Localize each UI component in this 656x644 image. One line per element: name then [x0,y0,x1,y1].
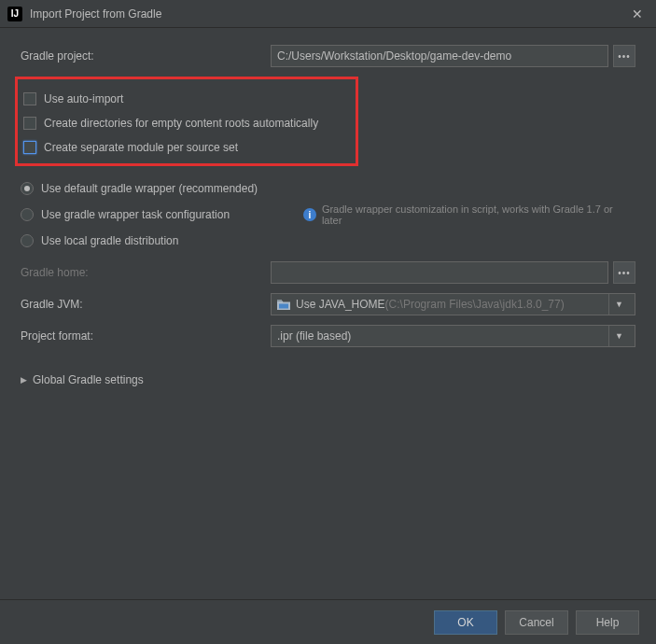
gradle-home-row: Gradle home: ••• [21,261,635,284]
dialog-content: Gradle project: ••• Use auto-import Crea… [0,28,656,413]
svg-rect-1 [279,303,288,308]
global-settings-label: Global Gradle settings [33,373,144,386]
gradle-project-label: Gradle project: [21,49,271,63]
gradle-jvm-label: Gradle JVM: [21,298,271,311]
close-icon[interactable]: ✕ [626,3,649,25]
wrapper-task-hint: i Gradle wrapper customization in script… [303,203,635,226]
highlighted-options: Use auto-import Create directories for e… [15,77,358,166]
local-dist-radio[interactable] [21,234,34,247]
default-wrapper-row[interactable]: Use default gradle wrapper (recommended) [21,175,635,202]
create-dirs-checkbox[interactable] [23,117,36,130]
auto-import-checkbox[interactable] [23,92,36,105]
button-bar: OK Cancel Help [0,599,656,644]
window-title: Import Project from Gradle [30,7,626,21]
chevron-down-icon[interactable]: ▼ [608,326,629,346]
wrapper-task-label: Use gradle wrapper task configuration [41,208,230,221]
wrapper-task-radio[interactable] [21,208,34,221]
gradle-home-label: Gradle home: [21,266,271,279]
global-settings-expander[interactable]: ▶ Global Gradle settings [21,364,635,396]
create-dirs-row[interactable]: Create directories for empty content roo… [21,111,352,135]
auto-import-row[interactable]: Use auto-import [21,87,352,111]
gradle-home-input[interactable] [271,261,608,284]
info-icon: i [303,208,316,221]
gradle-jvm-value: Use JAVA_HOME [296,298,385,311]
create-dirs-label: Create directories for empty content roo… [44,117,318,130]
default-wrapper-label: Use default gradle wrapper (recommended) [41,182,258,195]
browse-gradle-home-button[interactable]: ••• [613,261,635,284]
cancel-button[interactable]: Cancel [505,610,568,635]
separate-modules-row[interactable]: Create separate module per source set [21,135,352,160]
auto-import-label: Use auto-import [44,92,123,105]
project-format-label: Project format: [21,329,271,343]
separate-modules-checkbox[interactable] [23,141,36,154]
gradle-jvm-detail: (C:\Program Files\Java\jdk1.8.0_77) [385,298,565,311]
wrapper-task-hint-text: Gradle wrapper customization in script, … [322,203,635,226]
gradle-project-input[interactable] [271,45,608,67]
local-dist-row[interactable]: Use local gradle distribution [21,228,635,254]
triangle-right-icon: ▶ [21,375,27,385]
wrapper-task-row[interactable]: Use gradle wrapper task configuration [21,202,286,228]
folder-icon [277,300,290,310]
separate-modules-label: Create separate module per source set [44,141,238,154]
gradle-jvm-row: Gradle JVM: Use JAVA_HOME (C:\Program Fi… [21,293,635,315]
local-dist-label: Use local gradle distribution [41,234,178,247]
svg-rect-0 [277,300,282,301]
intellij-icon: IJ [7,7,22,21]
browse-gradle-project-button[interactable]: ••• [613,45,635,67]
help-button[interactable]: Help [576,610,639,635]
project-format-row: Project format: .ipr (file based) ▼ [21,325,635,347]
chevron-down-icon[interactable]: ▼ [608,294,629,315]
project-format-value: .ipr (file based) [277,329,351,343]
default-wrapper-radio[interactable] [21,182,34,195]
title-bar: IJ Import Project from Gradle ✕ [0,0,656,28]
gradle-project-row: Gradle project: ••• [21,45,635,67]
gradle-jvm-dropdown[interactable]: Use JAVA_HOME (C:\Program Files\Java\jdk… [271,293,635,315]
ok-button[interactable]: OK [434,610,497,635]
project-format-dropdown[interactable]: .ipr (file based) ▼ [271,325,635,347]
